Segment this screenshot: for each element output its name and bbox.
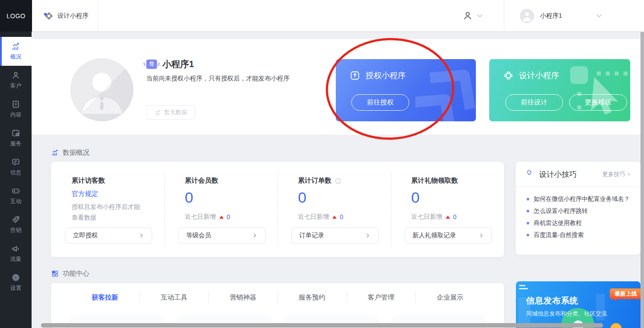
mini-program-desc: 当前尚未授权小程序，只有授权后，才能发布小程序 (146, 75, 290, 83)
tips-header: 设计小技巧 更多技巧 (516, 162, 640, 187)
sidebar-item-label: 服务 (10, 140, 21, 148)
sidebar-item-label: 内容 (10, 111, 21, 119)
hero-section: 尊 小程序1 当前尚未授权小程序，只有授权后，才能发布小程序 暂无数据 授权小程… (32, 39, 644, 135)
trend-value: 0 (340, 213, 343, 220)
stat-value: 0 (298, 189, 391, 206)
stat-title: 累计会员数 (185, 176, 278, 185)
stat-title-row: 累计订单数 (298, 176, 391, 185)
nav-design-mini-program[interactable]: 设计小程序 (32, 0, 98, 32)
app-header: LOGO 设计小程序 小程序1 (0, 0, 644, 32)
sidebar: 概况 客户 内容 服务 信息 互动 营销 (0, 32, 32, 328)
stat-members: 累计会员数 0 近七日新增 0 等级会员 (165, 176, 278, 257)
stat-value: 0 (411, 189, 504, 206)
message-icon (11, 157, 20, 167)
info-publish-banner[interactable]: 信息发布系统 同城信息发布和分类、社区交流 最新上线 (516, 281, 640, 328)
authorize-now-button[interactable]: 立即授权 (65, 228, 152, 244)
stat-button-label: 立即授权 (73, 232, 98, 240)
chevron-right-icon (627, 172, 631, 176)
stat-button-label: 新人礼领取记录 (413, 232, 456, 240)
tip-item[interactable]: 商机雷达使用教程 (527, 217, 640, 229)
tip-label: 商机雷达使用教程 (534, 219, 582, 227)
feature-center-card: 获客拉新 互动工具 营销神器 服务预约 客户管理 企业展示 (51, 283, 504, 328)
sidebar-item-interaction[interactable]: 互动 (0, 181, 32, 210)
marketing-icon (11, 215, 20, 224)
lightbulb-icon (525, 169, 533, 179)
data-overview-title: 数据概况 (63, 148, 89, 157)
feature-grid-icon (51, 270, 59, 277)
horizontal-scrollbar[interactable] (41, 323, 603, 328)
stat-title: 累计访客数 (72, 176, 165, 185)
settings-icon (11, 273, 20, 282)
trend-label: 近七日新增 (411, 213, 443, 221)
authorize-card[interactable]: 授权小程序 前往授权 (336, 59, 476, 121)
sidebar-item-content[interactable]: 内容 (0, 95, 32, 124)
banner-title: 信息发布系统 (526, 295, 578, 307)
workspace-switcher[interactable]: 小程序1 (504, 0, 644, 32)
trend-value: 0 (227, 213, 230, 220)
sidebar-item-services[interactable]: 服务 (0, 124, 32, 152)
data-overview-heading: 数据概况 (51, 148, 89, 157)
tips-list: 如何在微信小程序中配置业务域名？ 怎么设置小程序跳转 商机雷达使用教程 百度流量… (516, 187, 640, 241)
sidebar-item-label: 互动 (10, 198, 21, 205)
stat-note-line2: 查看数据 (72, 214, 97, 221)
bullet-icon (527, 234, 529, 236)
stat-trend: 近七日新增 0 (411, 213, 504, 221)
feature-tabs: 获客拉新 互动工具 营销神器 服务预约 客户管理 企业展示 (51, 283, 504, 312)
chevron-decoration (415, 62, 476, 121)
feature-center-title: 功能中心 (63, 269, 89, 278)
tip-label: 怎么设置小程序跳转 (534, 207, 588, 215)
no-data-label: 暂无数据 (164, 108, 187, 116)
chart-overview-icon (11, 42, 20, 51)
traffic-icon (11, 244, 20, 253)
tip-item[interactable]: 如何在微信小程序中配置业务域名？ (527, 193, 640, 205)
sidebar-item-messages[interactable]: 信息 (0, 152, 32, 181)
sidebar-item-customers[interactable]: 客户 (0, 66, 32, 95)
tip-item[interactable]: 百度流量-自然搜索 (527, 229, 640, 241)
go-authorize-button[interactable]: 前往授权 (351, 94, 409, 111)
tip-label: 百度流量-自然搜索 (534, 231, 584, 239)
customer-icon (11, 71, 20, 80)
tab-service-booking[interactable]: 服务预约 (278, 293, 346, 302)
member-levels-button[interactable]: 等级会员 (178, 228, 266, 244)
tab-marketing-tools[interactable]: 营销神器 (209, 293, 277, 302)
info-icon[interactable] (334, 177, 342, 184)
content-icon (11, 100, 20, 109)
account-menu[interactable] (463, 0, 483, 32)
chevron-right-icon (139, 233, 144, 238)
workspace-avatar (520, 9, 534, 23)
trend-label: 近七日新增 (298, 213, 329, 221)
vertical-scrollbar[interactable] (640, 32, 644, 328)
tip-item[interactable]: 怎么设置小程序跳转 (527, 205, 640, 217)
design-card[interactable]: 设计小程序 前往设计 更换模板 (489, 59, 630, 121)
more-tips-link[interactable]: 更多技巧 (602, 170, 631, 178)
gift-records-button[interactable]: 新人礼领取记录 (405, 228, 492, 244)
account-chevron-down-icon (477, 14, 483, 18)
sidebar-item-label: 客户 (10, 82, 21, 90)
sidebar-item-marketing[interactable]: 营销 (0, 210, 32, 239)
sidebar-item-label: 流量 (10, 256, 21, 263)
stat-button-label: 等级会员 (186, 232, 211, 240)
stat-gifts: 累计礼物领取数 0 近七日新增 0 新人礼领取记录 (391, 176, 504, 257)
tab-company-showcase[interactable]: 企业展示 (416, 293, 484, 302)
go-design-button[interactable]: 前往设计 (505, 94, 563, 111)
stat-trend: 近七日新增 0 (298, 213, 391, 221)
design-card-title: 设计小程序 (519, 70, 559, 81)
order-records-button[interactable]: 订单记录 (291, 228, 378, 244)
sidebar-item-traffic[interactable]: 流量 (0, 239, 32, 268)
profile-avatar (70, 58, 133, 121)
no-data-button[interactable]: 暂无数据 (146, 105, 195, 120)
tab-acquire-customers[interactable]: 获客拉新 (71, 293, 139, 302)
chevron-right-icon (252, 233, 258, 238)
trend-up-icon (332, 216, 337, 219)
official-rules-link[interactable]: 官方规定 (72, 190, 165, 198)
change-template-button[interactable]: 更换模板 (569, 94, 627, 111)
new-release-badge: 最新上线 (610, 288, 640, 299)
trend-up-icon (219, 216, 224, 219)
stat-title: 累计订单数 (298, 176, 331, 185)
sidebar-item-overview[interactable]: 概况 (0, 37, 32, 66)
sidebar-item-settings[interactable]: 设置 (0, 268, 32, 297)
tab-customer-management[interactable]: 客户管理 (347, 293, 415, 302)
tip-label: 如何在微信小程序中配置业务域名？ (534, 195, 630, 203)
trend-up-icon (446, 216, 450, 219)
tab-interactive-tools[interactable]: 互动工具 (140, 293, 208, 302)
